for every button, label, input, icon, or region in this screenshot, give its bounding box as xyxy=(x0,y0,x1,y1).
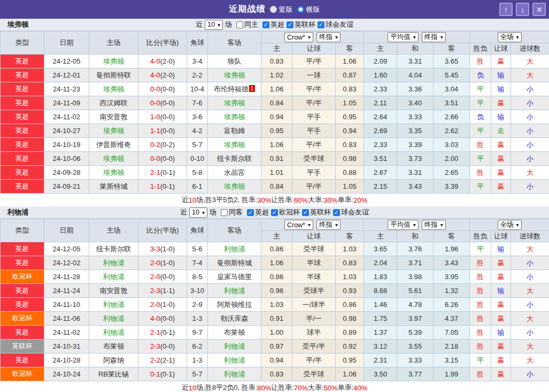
league-filter-欧冠杯[interactable]: ✓欧冠杯 xyxy=(271,207,300,217)
odds-away-cell: 0.87 xyxy=(336,68,364,82)
checkbox-checked-icon[interactable]: ✓ xyxy=(302,209,309,216)
date-cell: 24-10-27 xyxy=(44,124,89,138)
summary-segment: 大率: xyxy=(308,195,324,205)
home-team-cell: 南安普敦 xyxy=(89,110,138,124)
odds-away-cell: 0.88 xyxy=(336,166,364,180)
filter-prefix-label: 近 xyxy=(180,207,187,217)
same-venue-filter[interactable]: ✓同主 xyxy=(236,20,258,29)
summary-segment: 60% xyxy=(294,196,308,204)
sub-header-avg-home: 主 xyxy=(364,43,397,55)
checkbox-checked-icon[interactable]: ✓ xyxy=(271,209,278,216)
date-cell: 24-10-19 xyxy=(44,138,89,152)
outcome-cell: 平 xyxy=(470,242,491,256)
table-row: 英超24-12-05纽卡斯尔联3-3(1-0)5-6利物浦0.86受半球1.03… xyxy=(1,242,549,256)
matches-tbody: 英超24-12-05纽卡斯尔联3-3(1-0)5-6利物浦0.86受半球1.03… xyxy=(1,242,549,381)
odds-home-cell: 1.06 xyxy=(261,82,292,96)
league-filter-英超[interactable]: ✓英超 xyxy=(247,207,269,217)
period-select[interactable]: 全场▾ xyxy=(498,220,522,230)
league-filter-英联杯[interactable]: ✓英联杯 xyxy=(287,20,315,29)
radio-checked-icon[interactable] xyxy=(297,6,304,13)
date-cell: 24-12-02 xyxy=(44,256,89,270)
checkbox-checked-icon[interactable]: ✓ xyxy=(262,21,269,28)
outcome-cell: 平 xyxy=(470,124,491,138)
radio-unchecked-icon[interactable] xyxy=(270,6,277,13)
checkbox-unchecked-icon[interactable]: ✓ xyxy=(236,21,243,28)
table-row: 欧冠杯24-10-24RB莱比锡0-1(0-1)5-7利物浦0.83受半球1.0… xyxy=(1,367,549,381)
team-name: 埃弗顿 xyxy=(7,20,28,29)
odds-home-cell: 1.01 xyxy=(261,166,292,180)
chevron-down-icon: ▾ xyxy=(308,34,311,40)
sub-header-handicap: 让球 xyxy=(292,43,336,55)
outcome-cell: 平 xyxy=(470,96,491,110)
sub-header-outcome: 胜负 xyxy=(470,231,491,242)
chevron-down-icon: ▾ xyxy=(440,222,443,228)
avg-draw-cell: 3.31 xyxy=(397,55,434,68)
close-button[interactable]: ✕ xyxy=(532,3,546,16)
bookmaker-select[interactable]: Crow*▾ xyxy=(284,220,313,230)
league-filter-球会友谊[interactable]: ✓球会友谊 xyxy=(318,20,353,29)
league-filter-球会友谊[interactable]: ✓球会友谊 xyxy=(333,207,369,217)
checkbox-checked-icon[interactable]: ✓ xyxy=(247,209,254,216)
corners-cell: 0-10 xyxy=(187,152,208,166)
radio-vertical-layout[interactable]: 竖版 xyxy=(270,5,293,14)
odds-away-cell: 0.83 xyxy=(336,82,364,96)
summary-segment: 近 xyxy=(182,383,189,392)
radio-horizontal-layout[interactable]: 横版 xyxy=(297,5,320,14)
goals-result-cell: 小 xyxy=(511,138,549,152)
date-cell: 24-11-02 xyxy=(44,326,89,340)
handicap-result-cell: 输 xyxy=(491,284,511,298)
summary-segment: 单率: xyxy=(338,383,354,392)
goals-result-cell: 小 xyxy=(511,124,549,138)
checkbox-checked-icon[interactable]: ✓ xyxy=(318,21,324,28)
checkbox-checked-icon[interactable]: ✓ xyxy=(287,21,293,28)
odds-home-cell: 0.94 xyxy=(261,110,292,124)
match-count-select[interactable]: 10▾ xyxy=(189,207,207,218)
scroll-up-button[interactable]: ↑ xyxy=(499,3,513,16)
match-count-select[interactable]: 10▾ xyxy=(205,20,223,30)
summary-segment: 单率: xyxy=(338,195,354,205)
summary-segment: 30% xyxy=(324,196,338,204)
same-venue-filter[interactable]: ✓同客 xyxy=(221,207,243,217)
team-section: 利物浦 近 10▾ 场 ✓同客 ✓英超✓欧冠杯✓英联杯✓球会友谊 类型 日期 主 xyxy=(0,206,549,392)
home-team-cell: 曼彻斯特联 xyxy=(89,68,138,82)
summary-segment: 让胜率: xyxy=(271,195,294,205)
handicap-line-cell: 平手 xyxy=(292,166,336,180)
corners-cell: 3-6 xyxy=(187,110,208,124)
goals-result-cell: 大 xyxy=(511,68,549,82)
date-cell: 24-12-05 xyxy=(44,55,89,68)
odds-stage-select[interactable]: 终指▾ xyxy=(316,220,341,230)
date-cell: 24-10-06 xyxy=(44,152,89,166)
home-team-cell: 纽卡斯尔联 xyxy=(89,242,138,256)
table-row: 英超24-12-02利物浦2-0(1-0)7-4曼彻斯特城1.06半球0.832… xyxy=(1,256,549,270)
league-type-cell: 英超 xyxy=(1,110,44,124)
league-filter-英联杯[interactable]: ✓英联杯 xyxy=(302,207,331,217)
checkbox-checked-icon[interactable]: ✓ xyxy=(333,209,340,216)
filter-bar: 利物浦 近 10▾ 场 ✓同客 ✓英超✓欧冠杯✓英联杯✓球会友谊 xyxy=(0,206,549,219)
home-team-cell: RB莱比锡 xyxy=(89,367,138,381)
handicap-line-cell: 半/一 xyxy=(292,312,336,326)
scroll-down-button[interactable]: ↓ xyxy=(516,3,529,16)
away-team-cell: 埃弗顿 xyxy=(208,96,261,110)
checkbox-unchecked-icon[interactable]: ✓ xyxy=(221,209,228,216)
handicap-result-cell: 赢 xyxy=(491,166,511,180)
avg-away-cell: 4.37 xyxy=(434,312,470,326)
league-filter-英超[interactable]: ✓英超 xyxy=(262,20,284,29)
corners-cell: 8-5 xyxy=(187,270,208,284)
summary-segment: 20% xyxy=(353,196,367,204)
home-team-cell: 莱斯特城 xyxy=(89,180,138,194)
period-select[interactable]: 全场▾ xyxy=(498,32,522,42)
average-stage-select[interactable]: 终指▾ xyxy=(422,32,446,42)
home-team-cell: 布莱顿 xyxy=(89,340,138,353)
date-cell: 24-10-24 xyxy=(44,367,89,381)
avg-draw-cell: 3.76 xyxy=(397,242,434,256)
goals-result-cell: 大 xyxy=(511,242,549,256)
odds-home-cell: 0.91 xyxy=(261,312,292,326)
odds-stage-select[interactable]: 终指▾ xyxy=(316,32,341,42)
avg-away-cell: 5.45 xyxy=(434,68,470,82)
average-select[interactable]: 平均值▾ xyxy=(388,220,419,230)
bookmaker-select[interactable]: Crow*▾ xyxy=(284,32,313,42)
score-cell: 1-1(0-1) xyxy=(138,180,187,194)
average-stage-select[interactable]: 终指▾ xyxy=(422,220,446,230)
average-select[interactable]: 平均值▾ xyxy=(388,32,419,42)
handicap-line-cell: 半球 xyxy=(292,256,336,270)
